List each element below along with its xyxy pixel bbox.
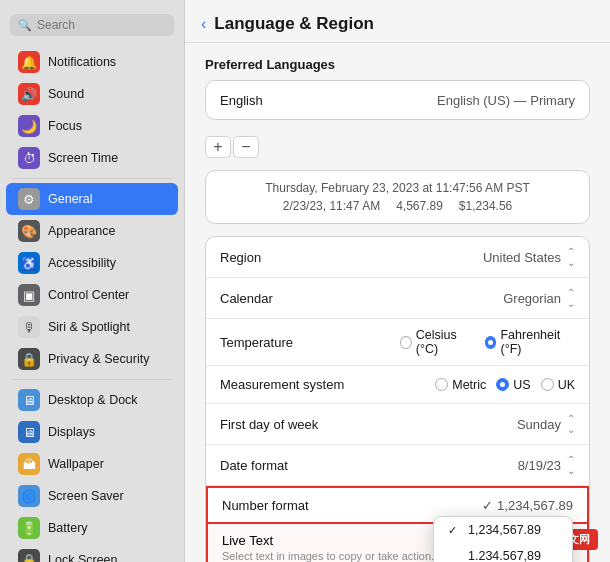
sidebar-label-general: General	[48, 192, 92, 206]
numberformat-option-0[interactable]: ✓ 1,234,567.89	[434, 517, 572, 543]
search-input[interactable]	[37, 18, 166, 32]
dateformat-row[interactable]: Date format 8/19/23 ⌃⌄	[206, 445, 589, 486]
sidebar-label-notifications: Notifications	[48, 55, 116, 69]
language-value: English (US) — Primary	[400, 93, 575, 108]
language-row: English English (US) — Primary	[206, 81, 589, 119]
sidebar-item-appearance[interactable]: 🎨 Appearance	[6, 215, 178, 247]
measure-radio-1[interactable]	[496, 378, 509, 391]
sidebar-label-privacy: Privacy & Security	[48, 352, 149, 366]
sidebar-item-notifications[interactable]: 🔔 Notifications	[6, 46, 178, 78]
preferred-languages-title: Preferred Languages	[205, 57, 590, 72]
region-row[interactable]: Region United States ⌃⌄	[206, 237, 589, 278]
temp-radio-1[interactable]	[485, 336, 497, 349]
measurement-row: Measurement system Metric US UK	[206, 366, 589, 404]
sidebar-item-general[interactable]: ⚙ General	[6, 183, 178, 215]
add-language-button[interactable]: +	[205, 136, 231, 158]
back-button[interactable]: ‹	[201, 15, 206, 33]
sidebar-label-screentime: Screen Time	[48, 151, 118, 165]
measurement-options: Metric US UK	[400, 378, 575, 392]
temp-radio-0[interactable]	[400, 336, 412, 349]
numberformat-row[interactable]: Number format ✓ 1,234,567.89 ✓ 1,234,567…	[206, 486, 589, 524]
sidebar-item-siri[interactable]: 🎙 Siri & Spotlight	[6, 311, 178, 343]
temperature-options: Celsius (°C) Fahrenheit (°F)	[400, 328, 575, 356]
sidebar-icon-appearance: 🎨	[18, 220, 40, 242]
sidebar-label-battery: Battery	[48, 521, 88, 535]
sidebar-icon-screentime: ⏱	[18, 147, 40, 169]
sidebar-label-siri: Siri & Spotlight	[48, 320, 130, 334]
sidebar-item-focus[interactable]: 🌙 Focus	[6, 110, 178, 142]
sidebar-icon-displays: 🖥	[18, 421, 40, 443]
sidebar-icon-accessibility: ♿	[18, 252, 40, 274]
page-title: Language & Region	[214, 14, 374, 34]
numberformat-dropdown-trigger[interactable]: ✓ 1,234,567.89	[482, 498, 573, 513]
sidebar-icon-screensaver: 🌀	[18, 485, 40, 507]
sidebar-label-desktop: Desktop & Dock	[48, 393, 138, 407]
sidebar: 🔍 🔔 Notifications 🔊 Sound 🌙 Focus ⏱ Scre…	[0, 0, 185, 562]
sidebar-icon-wallpaper: 🏔	[18, 453, 40, 475]
lang-plus-minus: + −	[205, 132, 590, 162]
measure-radio-0[interactable]	[435, 378, 448, 391]
measure-option-2[interactable]: UK	[541, 378, 575, 392]
temperature-label: Temperature	[220, 335, 400, 350]
currency-sample: $1,234.56	[459, 199, 512, 213]
sidebar-icon-lockscreen: 🔒	[18, 549, 40, 562]
sidebar-label-displays: Displays	[48, 425, 95, 439]
numberformat-label: Number format	[222, 498, 402, 513]
sidebar-label-lockscreen: Lock Screen	[48, 553, 117, 562]
livetext-label: Live Text	[222, 533, 273, 548]
dropdown-check-0: ✓	[448, 524, 462, 537]
sidebar-label-screensaver: Screen Saver	[48, 489, 124, 503]
sidebar-item-screentime[interactable]: ⏱ Screen Time	[6, 142, 178, 174]
remove-language-button[interactable]: −	[233, 136, 259, 158]
numberformat-value: ✓ 1,234,567.89	[402, 498, 573, 513]
temp-option-0[interactable]: Celsius (°C)	[400, 328, 475, 356]
main-header: ‹ Language & Region	[185, 0, 610, 43]
sidebar-item-desktop[interactable]: 🖥 Desktop & Dock	[6, 384, 178, 416]
sidebar-item-accessibility[interactable]: ♿ Accessibility	[6, 247, 178, 279]
sidebar-icon-desktop: 🖥	[18, 389, 40, 411]
number-sample: 4,567.89	[396, 199, 443, 213]
sidebar-item-sound[interactable]: 🔊 Sound	[6, 78, 178, 110]
temperature-row: Temperature Celsius (°C) Fahrenheit (°F)	[206, 319, 589, 366]
calendar-row[interactable]: Calendar Gregorian ⌃⌄	[206, 278, 589, 319]
date-sample: 2/23/23, 11:47 AM	[283, 199, 380, 213]
sidebar-label-wallpaper: Wallpaper	[48, 457, 104, 471]
sidebar-item-lockscreen[interactable]: 🔒 Lock Screen	[6, 544, 178, 562]
sidebar-icon-controlcenter: ▣	[18, 284, 40, 306]
search-box[interactable]: 🔍	[10, 14, 174, 36]
firstday-row[interactable]: First day of week Sunday ⌃⌄	[206, 404, 589, 445]
sidebar-item-screensaver[interactable]: 🌀 Screen Saver	[6, 480, 178, 512]
measure-radio-2[interactable]	[541, 378, 554, 391]
sidebar-item-battery[interactable]: 🔋 Battery	[6, 512, 178, 544]
measure-option-1[interactable]: US	[496, 378, 530, 392]
main-content: ‹ Language & Region Preferred Languages …	[185, 0, 610, 562]
region-stepper[interactable]: ⌃⌄	[567, 246, 575, 268]
measure-option-0[interactable]: Metric	[435, 378, 486, 392]
sidebar-item-privacy[interactable]: 🔒 Privacy & Security	[6, 343, 178, 375]
temp-option-1[interactable]: Fahrenheit (°F)	[485, 328, 575, 356]
firstday-value: Sunday ⌃⌄	[400, 413, 575, 435]
datetime-preview: Thursday, February 23, 2023 at 11:47:56 …	[205, 170, 590, 224]
region-value: United States ⌃⌄	[400, 246, 575, 268]
sidebar-icon-battery: 🔋	[18, 517, 40, 539]
sidebar-icon-notifications: 🔔	[18, 51, 40, 73]
calendar-stepper[interactable]: ⌃⌄	[567, 287, 575, 309]
preferred-languages-table: English English (US) — Primary	[205, 80, 590, 120]
datetime-line1: Thursday, February 23, 2023 at 11:47:56 …	[220, 181, 575, 195]
dateformat-value: 8/19/23 ⌃⌄	[400, 454, 575, 476]
firstday-stepper[interactable]: ⌃⌄	[567, 413, 575, 435]
numberformat-option-1[interactable]: 1.234.567,89	[434, 543, 572, 562]
firstday-label: First day of week	[220, 417, 400, 432]
numberformat-dropdown: ✓ 1,234,567.89 1.234.567,89 1234 567,89	[433, 516, 573, 562]
datetime-samples: 2/23/23, 11:47 AM 4,567.89 $1,234.56	[220, 199, 575, 213]
sidebar-item-displays[interactable]: 🖥 Displays	[6, 416, 178, 448]
main-body: Preferred Languages English English (US)…	[185, 43, 610, 562]
sidebar-label-controlcenter: Control Center	[48, 288, 129, 302]
sidebar-icon-sound: 🔊	[18, 83, 40, 105]
calendar-value: Gregorian ⌃⌄	[400, 287, 575, 309]
sidebar-item-controlcenter[interactable]: ▣ Control Center	[6, 279, 178, 311]
dateformat-stepper[interactable]: ⌃⌄	[567, 454, 575, 476]
calendar-label: Calendar	[220, 291, 400, 306]
dateformat-label: Date format	[220, 458, 400, 473]
sidebar-item-wallpaper[interactable]: 🏔 Wallpaper	[6, 448, 178, 480]
